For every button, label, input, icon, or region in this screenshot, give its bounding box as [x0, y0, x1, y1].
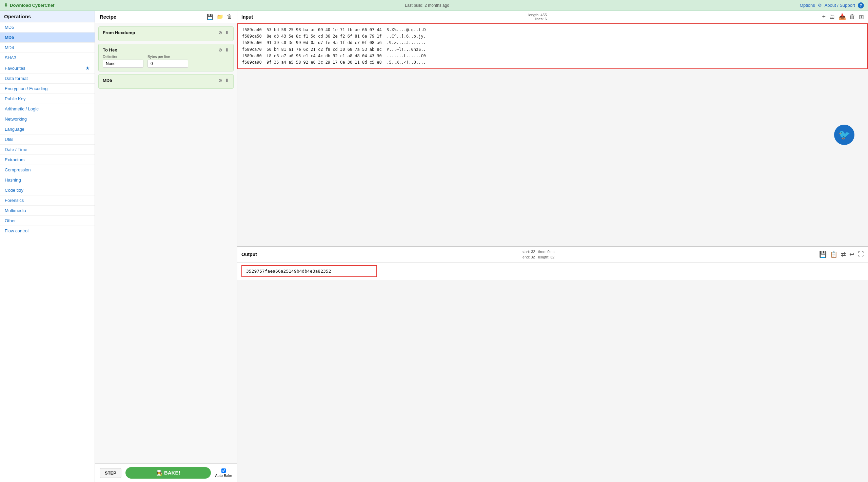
card-controls-to-hex: ⊘ ⏸: [218, 47, 229, 53]
sidebar-item-language[interactable]: Language: [0, 124, 95, 134]
sidebar: Operations MD5MD5MD4SHA3Favourites★Data …: [0, 11, 95, 482]
input-folder-icon[interactable]: 🗂: [829, 13, 835, 21]
load-recipe-icon[interactable]: 📁: [217, 14, 223, 20]
sidebar-item-enc-enc[interactable]: Encryption / Encoding: [0, 84, 95, 94]
output-switch-icon[interactable]: ⇄: [841, 251, 846, 258]
about-label[interactable]: About / Support: [825, 3, 855, 8]
output-save-icon[interactable]: 💾: [819, 251, 827, 258]
output-undo-icon[interactable]: ↩: [849, 251, 854, 258]
input-add-icon[interactable]: +: [822, 13, 826, 21]
input-grid-icon[interactable]: ⊞: [859, 13, 864, 21]
delimiter-label: Delimiter: [103, 55, 143, 59]
sidebar-item-label-other: Other: [5, 218, 16, 223]
sidebar-item-label-hashing: Hashing: [5, 177, 21, 183]
output-header: Output start: 32 time: 0ms end: 32 lengt…: [237, 247, 868, 263]
sidebar-item-flow-control[interactable]: Flow control: [0, 226, 95, 236]
card-disable-icon-md5[interactable]: ⊘: [218, 78, 222, 83]
input-lines-meta: lines: 6: [535, 17, 547, 21]
sidebar-item-favourites[interactable]: Favourites★: [0, 63, 95, 74]
sidebar-item-other[interactable]: Other: [0, 216, 95, 226]
sidebar-item-multimedia[interactable]: Multimedia: [0, 206, 95, 216]
download-icon: ⬇: [4, 3, 8, 8]
sidebar-item-code-tidy[interactable]: Code tidy: [0, 185, 95, 195]
output-section: Output start: 32 time: 0ms end: 32 lengt…: [237, 247, 868, 482]
output-length-meta: length: 32: [538, 255, 554, 259]
sidebar-item-data-format[interactable]: Data format: [0, 74, 95, 84]
delimiter-input[interactable]: [103, 60, 143, 68]
favourites-star-icon[interactable]: ★: [85, 65, 90, 71]
autobake-label[interactable]: Auto Bake: [215, 474, 232, 478]
sidebar-item-arith-logic[interactable]: Arithmetic / Logic: [0, 104, 95, 114]
sidebar-item-label-data-format: Data format: [5, 76, 28, 81]
autobake-control: Auto Bake: [215, 468, 232, 478]
options-icon[interactable]: ⚙: [818, 3, 822, 8]
recipe-footer: STEP 🧑‍🍳 BAKE! Auto Bake: [95, 463, 237, 482]
output-content: 3529757faea66a25149b4db4e3a82352: [237, 263, 868, 280]
output-copy-icon[interactable]: 📋: [830, 251, 837, 258]
input-content[interactable]: f589ca40 53 bd 58 25 98 ba ac 09 40 1e 7…: [237, 23, 868, 69]
save-recipe-icon[interactable]: 💾: [206, 14, 213, 20]
sidebar-item-label-utils: Utils: [5, 137, 13, 142]
card-disable-icon[interactable]: ⊘: [218, 30, 222, 35]
sidebar-header: Operations: [0, 11, 95, 22]
sidebar-item-compression[interactable]: Compression: [0, 165, 95, 175]
clear-recipe-icon[interactable]: 🗑: [227, 14, 232, 20]
sidebar-item-label-md4: MD4: [5, 45, 14, 50]
card-title-from-hexdump: From Hexdump: [103, 30, 135, 35]
topbar-left: ⬇ Download CyberChef: [4, 3, 54, 8]
recipe-card-from-hexdump: From Hexdump ⊘ ⏸: [98, 26, 234, 41]
recipe-card-md5: MD5 ⊘ ⏸: [98, 74, 234, 89]
sidebar-item-md4[interactable]: MD4: [0, 43, 95, 53]
card-pause-icon[interactable]: ⏸: [225, 30, 229, 35]
to-hex-fields: Delimiter Bytes per line: [103, 55, 229, 68]
recipe-card-to-hex: To Hex ⊘ ⏸ Delimiter Bytes per line: [98, 44, 234, 71]
output-expand-icon[interactable]: ⛶: [858, 251, 864, 258]
sidebar-item-hashing[interactable]: Hashing: [0, 175, 95, 185]
bytes-per-line-label: Bytes per line: [147, 55, 188, 59]
card-controls-md5: ⊘ ⏸: [218, 78, 229, 83]
input-header: Input length: 455 lines: 6 + 🗂 📥 🗑 ⊞: [237, 11, 868, 23]
sidebar-item-label-language: Language: [5, 127, 24, 132]
sidebar-item-label-arith-logic: Arithmetic / Logic: [5, 106, 39, 111]
recipe-cards: From Hexdump ⊘ ⏸ To Hex ⊘ ⏸: [95, 23, 237, 463]
sidebar-item-label-enc-enc: Encryption / Encoding: [5, 86, 47, 91]
sidebar-item-label-public-key: Public Key: [5, 96, 25, 101]
recipe-toolbar: 💾 📁 🗑: [206, 14, 232, 20]
download-label[interactable]: Download CyberChef: [10, 3, 54, 8]
sidebar-item-forensics[interactable]: Forensics: [0, 195, 95, 206]
sidebar-item-md5-2[interactable]: MD5: [0, 33, 95, 43]
sidebar-item-label-date-time: Date / Time: [5, 147, 27, 152]
step-button[interactable]: STEP: [100, 468, 121, 478]
about-icon[interactable]: ?: [858, 2, 864, 8]
card-disable-icon-to-hex[interactable]: ⊘: [218, 47, 222, 53]
card-pause-icon-md5[interactable]: ⏸: [225, 78, 229, 83]
input-toolbar: + 🗂 📥 🗑 ⊞: [822, 13, 864, 21]
sidebar-item-public-key[interactable]: Public Key: [0, 94, 95, 104]
sidebar-item-label-favourites: Favourites: [5, 66, 25, 71]
recipe-title: Recipe: [100, 14, 116, 20]
sidebar-item-label-md5-1: MD5: [5, 25, 14, 30]
input-delete-icon[interactable]: 🗑: [849, 13, 855, 21]
options-label[interactable]: Options: [800, 3, 815, 8]
sidebar-item-label-networking: Networking: [5, 117, 27, 122]
card-pause-icon-to-hex[interactable]: ⏸: [225, 47, 229, 53]
bake-button[interactable]: 🧑‍🍳 BAKE!: [125, 467, 211, 479]
bytes-per-line-input[interactable]: [147, 60, 188, 68]
card-title-md5: MD5: [103, 78, 112, 83]
input-section: Input length: 455 lines: 6 + 🗂 📥 🗑 ⊞ f58…: [237, 11, 868, 247]
sidebar-item-label-extractors: Extractors: [5, 157, 25, 162]
sidebar-item-networking[interactable]: Networking: [0, 114, 95, 124]
sidebar-item-label-compression: Compression: [5, 167, 31, 172]
sidebar-item-extractors[interactable]: Extractors: [0, 155, 95, 165]
autobake-checkbox[interactable]: [221, 468, 226, 473]
sidebar-item-sha3[interactable]: SHA3: [0, 53, 95, 63]
output-meta: start: 32 time: 0ms end: 32 length: 32: [522, 249, 555, 260]
input-area-wrapper: f589ca40 53 bd 58 25 98 ba ac 09 40 1e 7…: [237, 23, 868, 246]
output-time-meta: time: 0ms: [538, 250, 555, 254]
input-title: Input: [241, 14, 253, 20]
main-layout: Operations MD5MD5MD4SHA3Favourites★Data …: [0, 11, 868, 482]
sidebar-item-date-time[interactable]: Date / Time: [0, 145, 95, 155]
input-import-icon[interactable]: 📥: [839, 13, 846, 21]
sidebar-item-md5-1[interactable]: MD5: [0, 22, 95, 33]
sidebar-item-utils[interactable]: Utils: [0, 134, 95, 145]
